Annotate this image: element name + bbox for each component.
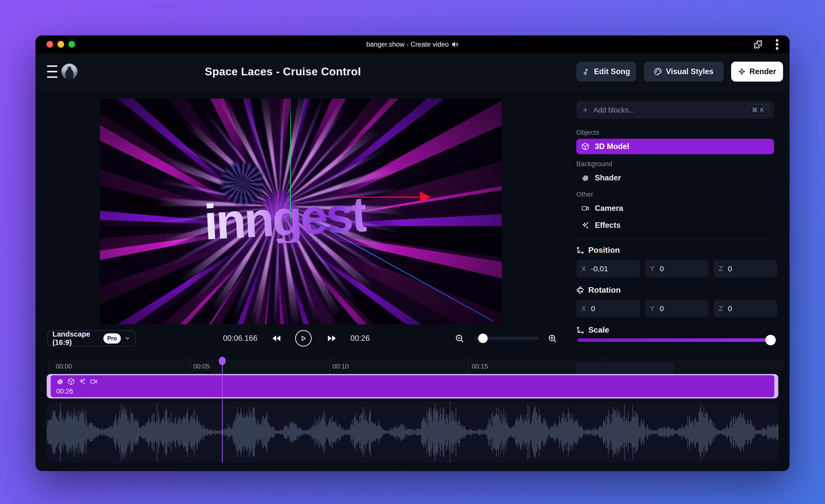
command-k-shortcut-badge: ⌘ K xyxy=(748,104,768,116)
rotate-3d-icon xyxy=(576,286,584,294)
palette-icon xyxy=(654,68,662,76)
app-window: banger.show - Create video xyxy=(35,35,790,471)
axis-x-label: X xyxy=(581,305,586,313)
effects-label: Effects xyxy=(595,221,620,230)
sidebar-item-shader[interactable]: Shader xyxy=(576,170,774,186)
chevron-down-icon xyxy=(124,335,130,341)
camera-icon xyxy=(581,204,589,212)
rotation-section-header: Rotation xyxy=(576,285,621,295)
sidebar-item-camera[interactable]: Camera xyxy=(576,200,774,216)
fast-forward-button[interactable] xyxy=(323,330,341,346)
add-blocks-placeholder: Add blocks... xyxy=(593,106,743,114)
extensions-puzzle-icon[interactable] xyxy=(754,40,763,49)
position-y-field[interactable]: Y 0 xyxy=(645,260,708,277)
sparkles-icon xyxy=(79,378,86,385)
clip-block-icons xyxy=(56,378,97,385)
zoom-out-icon[interactable] xyxy=(452,330,467,346)
rewind-button[interactable] xyxy=(268,330,285,346)
rotation-z-value: 0 xyxy=(728,305,732,313)
position-section-header: Position xyxy=(576,246,620,255)
desktop: banger.show - Create video xyxy=(0,0,825,504)
rotation-y-field[interactable]: Y 0 xyxy=(645,300,708,317)
ruler-grid-line xyxy=(190,358,190,374)
ruler-grid-line xyxy=(329,358,329,374)
3d-model-label: 3D Model xyxy=(595,142,629,151)
play-icon xyxy=(295,330,312,347)
render-label: Render xyxy=(750,67,776,76)
timeline-zoom-slider[interactable] xyxy=(474,337,538,340)
add-blocks-input[interactable]: Add blocks... ⌘ K xyxy=(576,101,774,119)
tick-label: 00:05 xyxy=(193,362,210,370)
objects-section-label: Objects xyxy=(576,129,599,137)
window-title: banger.show - Create video xyxy=(35,35,790,54)
tick-label: 00:10 xyxy=(332,362,349,370)
timeline-zoom-thumb[interactable] xyxy=(478,334,487,343)
app-header: Space Laces - Cruise Control Edit Song xyxy=(35,54,790,90)
scale-slider-fill xyxy=(577,338,776,342)
zoom-in-icon[interactable] xyxy=(545,330,560,346)
visual-styles-button[interactable]: Visual Styles xyxy=(644,62,724,82)
shader-label: Shader xyxy=(595,173,621,182)
scale-section-header: Scale xyxy=(576,325,609,335)
current-time: 00:06.166 xyxy=(210,330,270,346)
window-title-text: banger.show - Create video xyxy=(366,41,449,49)
position-y-value: 0 xyxy=(660,264,664,273)
clip-duration-label: 00:26 xyxy=(56,388,73,395)
play-button[interactable] xyxy=(295,330,312,346)
visual-styles-label: Visual Styles xyxy=(666,67,714,76)
sparkle-icon xyxy=(738,68,746,75)
aspect-ratio-label: Landscape (16:9) xyxy=(53,330,100,347)
timeline-clip[interactable]: 00:26 xyxy=(47,374,778,399)
ruler-grid-line xyxy=(468,358,469,374)
tick-label: 00:15 xyxy=(472,362,488,370)
sparkles-icon xyxy=(581,221,589,229)
position-z-field[interactable]: Z 0 xyxy=(714,260,777,277)
render-button[interactable]: Render xyxy=(731,62,783,82)
sidebar-item-3d-model[interactable]: 3D Model xyxy=(576,139,774,154)
video-preview-viewport[interactable]: inngest xyxy=(100,98,502,324)
total-time: 00:26 xyxy=(343,330,378,346)
position-label: Position xyxy=(588,246,620,255)
position-z-value: 0 xyxy=(728,264,732,273)
position-x-field[interactable]: X -0,01 xyxy=(576,260,640,277)
spiral-icon xyxy=(56,378,64,385)
rotation-x-field[interactable]: X 0 xyxy=(576,300,640,317)
axis-y-label: Y xyxy=(650,305,655,313)
rotation-x-value: 0 xyxy=(591,305,595,313)
cube-icon xyxy=(67,378,75,385)
scale-slider-thumb[interactable] xyxy=(765,335,776,345)
timeline-clip-body: 00:26 xyxy=(51,375,774,397)
rotation-label: Rotation xyxy=(588,285,621,295)
other-section-label: Other xyxy=(576,191,593,198)
aspect-ratio-dropdown[interactable]: Landscape (16:9) Pro xyxy=(48,330,135,346)
rotation-y-value: 0 xyxy=(660,305,664,313)
playhead-line[interactable] xyxy=(222,360,223,463)
sidebar-divider xyxy=(576,239,774,240)
scale-3d-icon xyxy=(576,326,584,334)
audio-waveform[interactable] xyxy=(47,402,778,463)
gizmo-y-axis xyxy=(290,98,291,225)
pro-badge: Pro xyxy=(103,333,121,344)
scale-label: Scale xyxy=(588,325,609,335)
gizmo-x-arrowhead xyxy=(420,192,431,202)
sidebar-item-effects[interactable]: Effects xyxy=(576,218,774,233)
titlebar: banger.show - Create video xyxy=(35,35,790,54)
axis-z-label: Z xyxy=(719,265,723,273)
axis-y-label: Y xyxy=(650,265,655,273)
scale-slider[interactable] xyxy=(577,338,776,342)
page-title: Space Laces - Cruise Control xyxy=(35,54,530,90)
3d-logo-text: inngest xyxy=(203,189,367,247)
position-x-value: -0,01 xyxy=(591,264,608,273)
edit-song-button[interactable]: Edit Song xyxy=(576,62,636,82)
waveform-canvas xyxy=(47,402,778,463)
plus-icon xyxy=(582,106,589,113)
titlebar-actions xyxy=(754,35,778,54)
axis-x-label: X xyxy=(581,265,586,273)
rotation-z-field[interactable]: Z 0 xyxy=(714,300,777,317)
browser-menu-icon[interactable] xyxy=(775,39,778,50)
gizmo-x-axis xyxy=(331,196,422,197)
tick-label: 00:00 xyxy=(56,362,72,370)
speaker-icon xyxy=(452,41,459,48)
cube-icon xyxy=(581,143,589,151)
move-3d-icon xyxy=(576,246,584,254)
